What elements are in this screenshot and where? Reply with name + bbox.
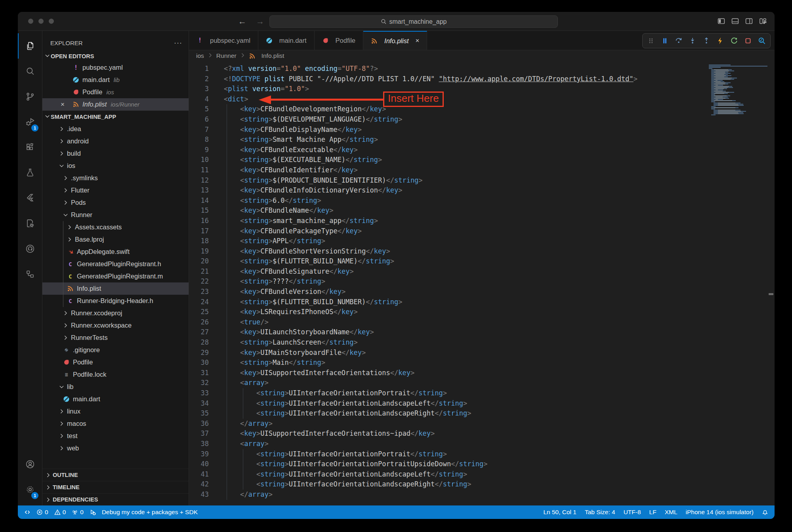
toggle-panel-icon[interactable] — [731, 17, 739, 25]
pause-icon[interactable] — [658, 34, 671, 47]
tree-folder-android[interactable]: android — [42, 135, 189, 147]
command-center-search[interactable]: smart_machine_app — [269, 15, 558, 28]
tree-folder-runner.xcworkspace[interactable]: Runner.xcworkspace — [42, 319, 189, 332]
code-line[interactable]: 34 <string>UIInterfaceOrientationLandsca… — [189, 399, 775, 409]
line-number[interactable]: 29 — [189, 348, 209, 358]
code-line[interactable]: 43 </array> — [189, 490, 775, 500]
section-outline[interactable]: OUTLINE — [42, 469, 189, 481]
line-number[interactable]: 43 — [189, 490, 209, 500]
explorer-icon[interactable] — [18, 33, 42, 59]
tree-file-podfile.lock[interactable]: ≣Podfile.lock — [42, 368, 189, 381]
line-number[interactable]: 35 — [189, 408, 209, 419]
step-out-icon[interactable] — [700, 34, 713, 47]
line-number[interactable]: 42 — [189, 479, 209, 490]
line-number[interactable]: 1 — [189, 64, 209, 74]
line-number[interactable]: 5 — [189, 104, 209, 114]
tree-folder-build[interactable]: build — [42, 147, 189, 160]
toggle-primary-sidebar-icon[interactable] — [718, 17, 725, 25]
line-number[interactable]: 21 — [189, 267, 209, 277]
source-control-icon[interactable] — [18, 84, 42, 109]
hot-reload-icon[interactable] — [714, 34, 727, 47]
line-number[interactable]: 14 — [189, 196, 209, 206]
code-line[interactable]: 2<!DOCTYPE plist PUBLIC "-//Apple//DTD P… — [189, 74, 775, 84]
line-number[interactable]: 10 — [189, 155, 209, 165]
status-error[interactable]: 0 — [36, 509, 48, 516]
open-editor-item[interactable]: Podfileios — [42, 86, 189, 98]
settings-icon[interactable]: 1 — [18, 477, 42, 502]
code-line[interactable]: 31 <key>UISupportedInterfaceOrientations… — [189, 368, 775, 378]
line-number[interactable]: 28 — [189, 338, 209, 348]
search-icon[interactable] — [18, 59, 42, 84]
restart-icon[interactable] — [728, 34, 740, 47]
code-line[interactable]: 33 <string>UIInterfaceOrientationPortrai… — [189, 388, 775, 399]
line-number[interactable]: 26 — [189, 317, 209, 328]
section-dependencies[interactable]: DEPENDENCIES — [42, 493, 189, 505]
code-line[interactable]: 7 <key>CFBundleDisplayName</key> — [189, 125, 775, 135]
code-line[interactable]: 38 <array> — [189, 439, 775, 449]
code-area[interactable]: 1<?xml version="1.0" encoding="UTF-8"?>2… — [189, 61, 775, 505]
line-number[interactable]: 40 — [189, 459, 209, 469]
line-number[interactable]: 24 — [189, 297, 209, 307]
tree-file-main.dart[interactable]: main.dart — [42, 393, 189, 405]
line-number[interactable]: 16 — [189, 216, 209, 226]
line-number[interactable]: 12 — [189, 175, 209, 186]
breadcrumb-item[interactable]: Info.plist — [261, 52, 284, 59]
project-file-icon[interactable] — [18, 211, 42, 236]
code-line[interactable]: 29 <key>UIMainStoryboardFile</key> — [189, 348, 775, 358]
back-icon[interactable]: ← — [238, 17, 246, 26]
github-icon[interactable] — [18, 236, 42, 261]
code-line[interactable]: 5 <key>CFBundleDevelopmentRegion</key> — [189, 104, 775, 114]
status-warning[interactable]: 0 — [54, 509, 66, 516]
open-editor-item[interactable]: !pubspec.yaml — [42, 61, 189, 74]
line-number[interactable]: 37 — [189, 429, 209, 439]
code-line[interactable]: 40 <string>UIInterfaceOrientationPortrai… — [189, 459, 775, 469]
status-ln-50-col-1[interactable]: Ln 50, Col 1 — [543, 509, 576, 516]
tree-folder-assets.xcassets[interactable]: Assets.xcassets — [42, 221, 189, 233]
drag-grip-icon[interactable] — [645, 34, 657, 47]
tab-pubspec.yaml[interactable]: !pubspec.yaml — [189, 31, 258, 50]
code-line[interactable]: 15 <key>CFBundleName</key> — [189, 206, 775, 216]
line-number[interactable]: 3 — [189, 84, 209, 94]
status-xml[interactable]: XML — [665, 509, 677, 516]
tab-podfile[interactable]: Podfile — [315, 31, 363, 50]
code-line[interactable]: 32 <array> — [189, 378, 775, 388]
line-number[interactable]: 39 — [189, 449, 209, 460]
tab-main.dart[interactable]: main.dart — [258, 31, 315, 50]
tree-file-appdelegate.swift[interactable]: AppDelegate.swift — [42, 246, 189, 258]
code-line[interactable]: 18 <string>APPL</string> — [189, 236, 775, 246]
code-line[interactable]: 20 <string>$(FLUTTER_BUILD_NAME)</string… — [189, 256, 775, 267]
toggle-secondary-sidebar-icon[interactable] — [745, 17, 753, 25]
line-number[interactable]: 31 — [189, 368, 209, 378]
code-line[interactable]: 41 <string>UIInterfaceOrientationLandsca… — [189, 469, 775, 480]
line-number[interactable]: 30 — [189, 358, 209, 368]
close-window-button[interactable] — [28, 19, 33, 24]
status-broadcast[interactable]: 0 — [72, 509, 84, 516]
tree-folder-linux[interactable]: linux — [42, 405, 189, 418]
status-remote[interactable] — [24, 509, 31, 515]
status-lf[interactable]: LF — [649, 509, 657, 516]
forward-icon[interactable]: → — [256, 17, 264, 26]
tree-folder-runner.xcodeproj[interactable]: Runner.xcodeproj — [42, 307, 189, 319]
code-line[interactable]: 26 <true/> — [189, 317, 775, 328]
code-line[interactable]: 42 <string>UIInterfaceOrientationLandsca… — [189, 479, 775, 490]
code-line[interactable]: 35 <string>UIInterfaceOrientationLandsca… — [189, 408, 775, 419]
code-line[interactable]: 24 <string>$(FLUTTER_BUILD_NUMBER)</stri… — [189, 297, 775, 307]
open-editor-item[interactable]: ×Info.plistios/Runner — [42, 98, 189, 111]
status-bell[interactable] — [762, 509, 768, 515]
tree-file-generatedpluginregistrant.h[interactable]: CGeneratedPluginRegistrant.h — [42, 258, 189, 270]
tree-folder-runner[interactable]: Runner — [42, 209, 189, 221]
code-line[interactable]: 16 <string>smart_machine_app</string> — [189, 216, 775, 226]
accounts-icon[interactable] — [18, 452, 42, 477]
tree-folder-.idea[interactable]: .idea — [42, 123, 189, 135]
line-number[interactable]: 15 — [189, 206, 209, 216]
line-number[interactable]: 13 — [189, 185, 209, 196]
line-number[interactable]: 23 — [189, 287, 209, 297]
line-number[interactable]: 41 — [189, 469, 209, 480]
tree-folder-pods[interactable]: Pods — [42, 196, 189, 209]
tree-folder-runnertests[interactable]: RunnerTests — [42, 332, 189, 344]
tree-file-podfile[interactable]: Podfile — [42, 356, 189, 368]
line-number[interactable]: 20 — [189, 256, 209, 267]
tree-folder-test[interactable]: test — [42, 430, 189, 442]
code-line[interactable]: 9 <key>CFBundleExecutable</key> — [189, 145, 775, 155]
code-line[interactable]: 28 <string>LaunchScreen</string> — [189, 338, 775, 348]
